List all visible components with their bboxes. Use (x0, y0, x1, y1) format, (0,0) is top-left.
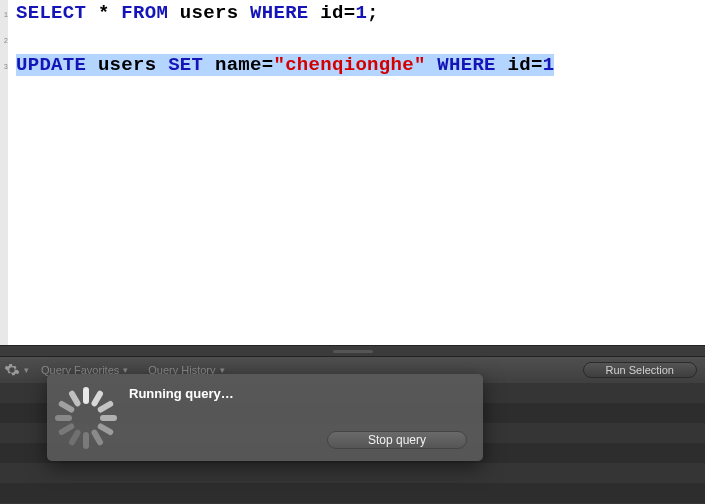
token: 1 (355, 2, 367, 24)
token: = (531, 54, 543, 76)
spinner-blade (100, 415, 117, 421)
token (203, 54, 215, 76)
token: id (508, 54, 531, 76)
line-number: 1 (0, 2, 8, 28)
token (496, 54, 508, 76)
token (86, 54, 98, 76)
token: "chenqionghe" (273, 54, 425, 76)
spinner-blade (68, 428, 82, 446)
token: = (262, 54, 274, 76)
token: * (98, 2, 110, 24)
token: 1 (543, 54, 555, 76)
token: users (180, 2, 239, 24)
token: UPDATE (16, 54, 86, 76)
token: FROM (121, 2, 168, 24)
status-text: Running query… (129, 386, 467, 401)
stop-query-button[interactable]: Stop query (327, 431, 467, 449)
token (426, 54, 438, 76)
grip-icon (333, 350, 373, 353)
line-gutter: 123 (0, 0, 8, 345)
token (168, 2, 180, 24)
spinner-blade (83, 387, 89, 404)
chevron-down-icon[interactable]: ▾ (24, 365, 29, 375)
running-query-overlay: Running query… Stop query (47, 374, 483, 461)
token (309, 2, 321, 24)
spinner-blade (97, 422, 115, 436)
token (238, 2, 250, 24)
token (156, 54, 168, 76)
spinner-icon (55, 387, 117, 449)
token (110, 2, 122, 24)
token: users (98, 54, 157, 76)
token: name (215, 54, 262, 76)
spinner-blade (55, 415, 72, 421)
code-line[interactable] (16, 26, 699, 52)
line-number: 2 (0, 28, 8, 54)
code-area[interactable]: SELECT * FROM users WHERE id=1; UPDATE u… (8, 0, 705, 345)
token: WHERE (250, 2, 309, 24)
token: ; (367, 2, 379, 24)
token: WHERE (437, 54, 496, 76)
code-line[interactable]: SELECT * FROM users WHERE id=1; (16, 0, 699, 26)
gear-icon[interactable] (4, 362, 20, 378)
sql-editor[interactable]: 123 SELECT * FROM users WHERE id=1; UPDA… (0, 0, 705, 345)
spinner-blade (68, 389, 82, 407)
code-line[interactable]: UPDATE users SET name="chenqionghe" WHER… (16, 52, 699, 78)
run-selection-button[interactable]: Run Selection (583, 362, 698, 378)
pane-separator[interactable] (0, 345, 705, 357)
token (86, 2, 98, 24)
spinner-blade (83, 432, 89, 449)
spinner-blade (97, 399, 115, 413)
token: id (320, 2, 343, 24)
token: SET (168, 54, 203, 76)
token: = (344, 2, 356, 24)
line-number: 3 (0, 54, 8, 80)
token: SELECT (16, 2, 86, 24)
